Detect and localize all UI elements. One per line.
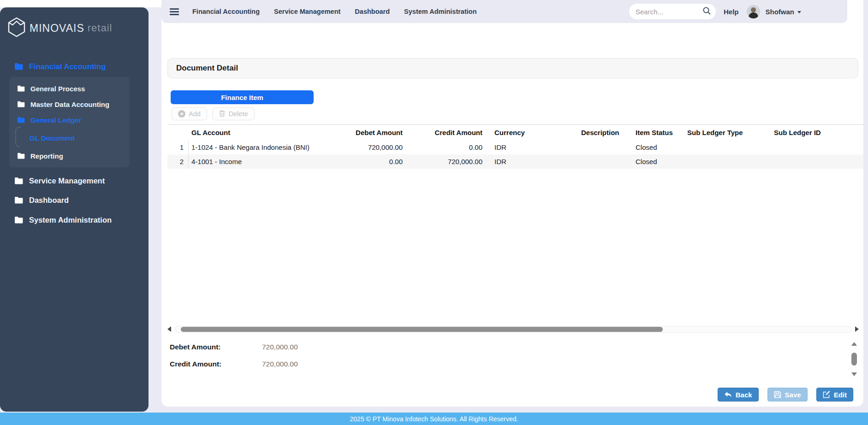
cell-debet-amount[interactable]: 0.00 (327, 154, 403, 169)
horizontal-scroll-track[interactable] (174, 326, 852, 333)
cell-description[interactable] (550, 154, 636, 169)
sidebar-nav: Financial Accounting General Process Mas… (0, 59, 149, 230)
column-header-item-status[interactable]: Item Status (636, 125, 687, 140)
folder-icon (17, 101, 25, 107)
help-link[interactable]: Help (724, 8, 739, 16)
sidebar-item-dashboard[interactable]: Dashboard (0, 190, 149, 210)
cell-description[interactable] (550, 140, 636, 154)
folder-icon (17, 85, 25, 92)
topnav-service-management[interactable]: Service Management (274, 8, 340, 15)
folder-icon (17, 117, 25, 123)
credit-total-label: Credit Amount: (170, 360, 262, 368)
finance-item-tab[interactable]: Finance Item (171, 90, 314, 104)
footer: 2025 © PT Minova Infotech Solutions. All… (0, 413, 868, 425)
searchbox (629, 4, 716, 19)
folder-icon (17, 153, 25, 159)
sidebar-item-gl-document[interactable]: GL Document (9, 128, 130, 148)
plus-circle-icon: + (178, 110, 185, 118)
search-icon[interactable] (702, 6, 711, 17)
scroll-up-arrow-icon[interactable] (851, 342, 857, 346)
user-menu[interactable]: Shofwan (766, 8, 802, 16)
delete-button[interactable]: Delete (212, 107, 255, 120)
save-floppy-icon (774, 391, 781, 398)
sidebar: MINOVAIS retail Financial Accounting Gen… (0, 7, 149, 412)
debet-total-value: 720,000.00 (262, 343, 298, 351)
brand-logo: MINOVAIS retail (7, 17, 149, 39)
cell-sub-ledger-id[interactable] (774, 140, 863, 154)
page-top-strip (0, 0, 161, 7)
back-arrow-icon (724, 391, 732, 398)
table-row-number[interactable]: 1 (167, 140, 189, 154)
sidebar-item-service-management[interactable]: Service Management (0, 171, 149, 190)
brand-cube-icon (7, 17, 26, 39)
topnav-dashboard[interactable]: Dashboard (355, 8, 390, 15)
top-navigation: Financial Accounting Service Management … (192, 8, 477, 15)
content-card: Document Detail Finance Item + Add Delet… (161, 0, 863, 407)
folder-icon (14, 196, 23, 204)
copyright-text: 2025 © PT Minova Infotech Solutions. All… (350, 415, 518, 423)
sidebar-item-general-ledger[interactable]: General Ledger (9, 112, 130, 128)
cell-currency[interactable]: IDR (482, 140, 550, 154)
sidebar-item-system-administration[interactable]: System Administration (0, 210, 149, 230)
search-input[interactable] (636, 8, 702, 16)
brand-name: MINOVAIS (30, 22, 84, 35)
sidebar-item-general-process[interactable]: General Process (9, 81, 130, 96)
scroll-right-arrow-icon[interactable] (855, 326, 859, 332)
cell-item-status[interactable]: Closed (636, 140, 687, 154)
cell-sub-ledger-type[interactable] (687, 154, 774, 169)
vertical-scroll-thumb[interactable] (851, 353, 857, 366)
cell-item-status[interactable]: Closed (636, 154, 687, 169)
cell-gl-account[interactable]: 1-1024 - Bank Negara Indonesia (BNI) (189, 140, 327, 154)
column-header-gl-account[interactable]: GL Account (189, 125, 327, 140)
add-button[interactable]: + Add (172, 107, 207, 120)
sidebar-item-financial-accounting[interactable]: Financial Accounting (0, 59, 149, 74)
cell-credit-amount[interactable]: 720,000.00 (403, 154, 482, 169)
edit-pencil-icon (823, 391, 830, 398)
debet-total-row: Debet Amount: 720,000.00 (170, 343, 298, 351)
sidebar-item-master-data-accounting[interactable]: Master Data Accounting (9, 96, 130, 112)
cell-credit-amount[interactable]: 0.00 (403, 140, 482, 154)
cell-sub-ledger-id[interactable] (774, 154, 863, 169)
column-header-currency[interactable]: Currency (482, 125, 550, 140)
scroll-left-arrow-icon[interactable] (167, 326, 171, 332)
column-header-description[interactable]: Description (550, 125, 636, 140)
trash-icon (219, 110, 226, 118)
cell-sub-ledger-type[interactable] (687, 140, 774, 154)
folder-icon (14, 216, 23, 224)
back-button[interactable]: Back (718, 388, 759, 401)
topnav-system-administration[interactable]: System Administration (404, 8, 476, 15)
sidebar-item-reporting[interactable]: Reporting (9, 148, 130, 164)
horizontal-scrollbar (167, 325, 859, 333)
action-buttons: Back Save Edit (718, 388, 853, 401)
hamburger-menu-icon[interactable] (170, 8, 179, 15)
topbar: Financial Accounting Service Management … (161, 0, 847, 23)
item-toolbar: + Add Delete (172, 107, 255, 120)
column-header-credit-amount[interactable]: Credit Amount (403, 125, 482, 140)
save-button[interactable]: Save (767, 388, 808, 401)
column-header-sub-ledger-type[interactable]: Sub Ledger Type (687, 125, 774, 140)
cell-gl-account[interactable]: 4-1001 - Income (189, 154, 327, 169)
page-title: Document Detail (176, 64, 238, 73)
horizontal-scroll-thumb[interactable] (181, 327, 663, 332)
folder-icon (14, 63, 23, 70)
financial-accounting-submenu: General Process Master Data Accounting G… (9, 77, 130, 167)
table-row-number[interactable]: 2 (167, 154, 189, 169)
column-header-sub-ledger-id[interactable]: Sub Ledger ID (774, 125, 863, 140)
topnav-financial-accounting[interactable]: Financial Accounting (192, 8, 260, 15)
cell-debet-amount[interactable]: 720,000.00 (327, 140, 403, 154)
tree-branch-dotted-line (14, 126, 21, 149)
chevron-down-icon (797, 11, 801, 13)
vertical-scrollbar (850, 339, 858, 379)
edit-button[interactable]: Edit (816, 388, 853, 401)
user-avatar[interactable] (747, 5, 760, 18)
folder-icon (14, 177, 23, 184)
topbar-right: Help Shofwan (629, 4, 801, 19)
finance-item-table: GL Account Debet Amount Credit Amount Cu… (167, 124, 863, 169)
totals-section: Debet Amount: 720,000.00 Credit Amount: … (170, 343, 298, 377)
column-header-debet-amount[interactable]: Debet Amount (327, 125, 403, 140)
cell-currency[interactable]: IDR (482, 154, 550, 169)
credit-total-row: Credit Amount: 720,000.00 (170, 360, 298, 368)
credit-total-value: 720,000.00 (262, 360, 298, 368)
scroll-down-arrow-icon[interactable] (851, 372, 857, 376)
column-header-empty (167, 125, 189, 140)
